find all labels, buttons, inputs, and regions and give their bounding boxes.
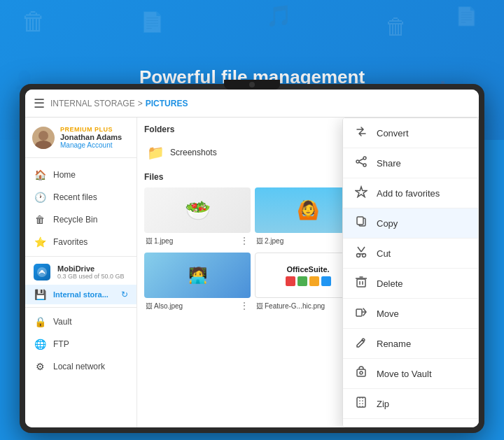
menu-item-zip[interactable]: Zip (343, 389, 478, 419)
sidebar-item-mobidrive[interactable]: MobiDrive 0.3 GB used of 50.0 GB (25, 260, 136, 285)
user-profile-section: PREMIUM PLUS Jonathan Adams Manage Accou… (25, 118, 136, 158)
svg-rect-16 (357, 279, 365, 287)
menu-item-rename-label: Rename (377, 339, 411, 349)
file-item-3[interactable]: 🧑‍💻 🖼 Also.jpeg ⋮ (144, 253, 251, 313)
sync-icon: ↻ (121, 290, 128, 299)
convert-icon (354, 125, 368, 141)
svg-line-7 (359, 159, 363, 161)
image-icon-1: 🖼 (256, 237, 263, 245)
menu-item-rename[interactable]: Rename (343, 329, 478, 359)
svg-rect-21 (356, 309, 362, 316)
svg-rect-10 (357, 217, 363, 225)
app-container: ☰ INTERNAL STORAGE > PICTURES (25, 90, 479, 427)
sidebar: PREMIUM PLUS Jonathan Adams Manage Accou… (25, 118, 137, 427)
svg-point-24 (360, 371, 363, 374)
svg-rect-25 (357, 397, 365, 407)
svg-point-5 (356, 160, 359, 163)
avatar (32, 127, 55, 149)
copy-icon (354, 215, 368, 231)
folder-icon: 📁 (147, 144, 164, 161)
sidebar-item-local-network[interactable]: ⚙ Local network (25, 355, 136, 378)
sidebar-item-recent[interactable]: 🕐 Recent files (25, 186, 136, 208)
menu-item-move[interactable]: Move (343, 299, 478, 329)
vault-move-icon (354, 366, 368, 381)
file-more-icon-3[interactable]: ⋮ (239, 300, 249, 311)
user-name: Jonathan Adams (60, 133, 122, 141)
sidebar-item-favorites-label: Favorites (53, 237, 88, 247)
sidebar-item-local-label: Local network (53, 362, 105, 371)
breadcrumb-current: PICTURES (146, 99, 188, 108)
menu-item-delete[interactable]: Delete (343, 269, 478, 299)
file-name-3: Also.jpeg (154, 302, 238, 310)
menu-item-wallpaper[interactable]: Set as wallpaper (343, 419, 478, 427)
svg-rect-23 (357, 369, 365, 376)
delete-icon (354, 276, 368, 291)
sidebar-item-home-label: Home (53, 170, 76, 180)
hamburger-menu-icon[interactable]: ☰ (34, 96, 45, 111)
file-item-0[interactable]: 🥗 🖼 1.jpeg ⋮ (144, 187, 251, 248)
file-more-icon-0[interactable]: ⋮ (239, 235, 249, 246)
breadcrumb-root: INTERNAL STORAGE (50, 99, 135, 108)
svg-point-3 (41, 270, 43, 273)
manage-account-link[interactable]: Manage Account (60, 141, 122, 149)
menu-item-add-favorites[interactable]: Add to favorites (343, 178, 478, 208)
sidebar-item-home[interactable]: 🏠 Home (25, 164, 136, 186)
sidebar-item-recent-label: Recent files (53, 192, 97, 202)
image-icon-0: 🖼 (146, 237, 153, 245)
menu-item-delete-label: Delete (377, 278, 403, 289)
svg-line-8 (359, 162, 363, 164)
wallpaper-icon (354, 426, 368, 427)
mobidrive-storage: 0.3 GB used of 50.0 GB (57, 273, 125, 280)
sidebar-item-vault[interactable]: 🔒 Vault (25, 311, 136, 333)
menu-item-zip-label: Zip (377, 399, 389, 409)
sidebar-item-recycle[interactable]: 🗑 Recycle Bin (25, 208, 136, 231)
internal-storage-label: Internal stora... (53, 290, 108, 299)
sidebar-item-favorites[interactable]: ⭐ Favorites (25, 231, 136, 253)
rename-icon (354, 336, 368, 351)
menu-item-move-vault[interactable]: Move to Vault (343, 359, 478, 389)
menu-item-add-favorites-label: Add to favorites (377, 188, 440, 199)
menu-item-share[interactable]: Share (343, 148, 478, 178)
mobidrive-icon (34, 264, 50, 281)
sidebar-item-ftp-label: FTP (53, 339, 69, 349)
sidebar-item-ftp[interactable]: 🌐 FTP (25, 333, 136, 355)
svg-point-6 (363, 164, 366, 166)
breadcrumb: INTERNAL STORAGE > PICTURES (50, 99, 188, 108)
user-info: PREMIUM PLUS Jonathan Adams Manage Accou… (60, 126, 122, 149)
sidebar-item-recycle-label: Recycle Bin (53, 215, 97, 225)
file-name-0: 1.jpeg (154, 237, 238, 245)
file-browser: Folders 📁 Screenshots ⋮ Files 🥗 (137, 118, 479, 427)
svg-line-13 (358, 247, 361, 252)
menu-item-copy[interactable]: Copy (343, 208, 478, 239)
menu-item-copy-label: Copy (377, 218, 398, 229)
menu-item-convert[interactable]: Convert (343, 118, 478, 148)
context-menu: Convert (342, 118, 479, 427)
nav-divider-2 (25, 307, 136, 308)
breadcrumb-separator: > (138, 99, 143, 108)
move-icon (354, 306, 368, 321)
content-area: PREMIUM PLUS Jonathan Adams Manage Accou… (25, 118, 479, 427)
file-label-0: 🖼 1.jpeg ⋮ (144, 233, 251, 248)
menu-item-move-label: Move (377, 308, 399, 319)
home-icon: 🏠 (34, 169, 46, 180)
tablet-screen: ☰ INTERNAL STORAGE > PICTURES (25, 90, 479, 427)
share-icon (354, 155, 368, 171)
menu-item-convert-label: Convert (377, 128, 409, 139)
menu-item-cut[interactable]: Cut (343, 239, 478, 269)
svg-point-4 (363, 157, 366, 159)
file-name-1: 2.jpeg (265, 237, 349, 245)
cut-icon (354, 246, 368, 261)
svg-point-1 (35, 141, 52, 149)
zip-icon (354, 396, 368, 411)
mobidrive-name: MobiDrive (57, 264, 125, 273)
sidebar-item-internal-storage[interactable]: 💾 Internal stora... ↻ (25, 285, 136, 304)
menu-item-move-vault-label: Move to Vault (377, 369, 432, 379)
user-tier: PREMIUM PLUS (60, 126, 122, 133)
file-label-3: 🖼 Also.jpeg ⋮ (144, 298, 251, 313)
tablet-camera (249, 82, 255, 87)
image-icon-3: 🖼 (146, 302, 153, 310)
recycle-icon: 🗑 (34, 214, 46, 225)
tablet-frame: ☰ INTERNAL STORAGE > PICTURES (20, 84, 484, 433)
menu-item-cut-label: Cut (377, 248, 391, 259)
svg-line-14 (361, 247, 365, 252)
